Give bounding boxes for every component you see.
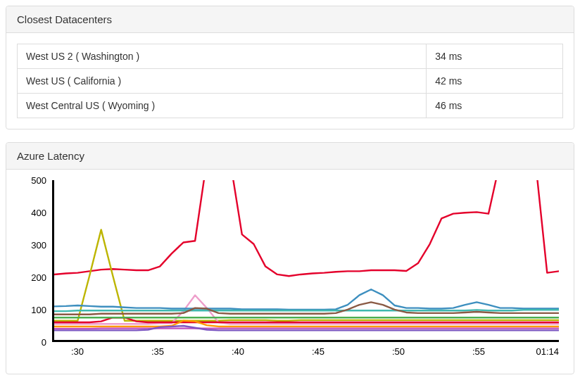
dc-latency-cell: 42 ms [427, 69, 563, 94]
x-tick-label: :40 [232, 346, 244, 357]
series-teal-flat [54, 310, 559, 311]
closest-datacenters-title: Closest Datacenters [6, 6, 574, 33]
dc-name-cell: West US ( California ) [18, 69, 427, 94]
y-tick-label: 500 [31, 175, 46, 186]
azure-latency-body: 0100200300400500 :30:35:40:45:50:5501:14 [6, 170, 574, 374]
dc-name-cell: West US 2 ( Washington ) [18, 44, 427, 69]
datacenter-table: West US 2 ( Washington ) 34 ms West US (… [17, 44, 563, 118]
closest-datacenters-panel: Closest Datacenters West US 2 ( Washingt… [6, 6, 574, 129]
x-tick-label: 01:14 [536, 346, 559, 357]
y-tick-label: 200 [31, 272, 46, 283]
dc-name-cell: West Central US ( Wyoming ) [18, 94, 427, 118]
table-row: West US 2 ( Washington ) 34 ms [18, 44, 563, 69]
chart-x-axis: :30:35:40:45:50:5501:14 [52, 343, 559, 363]
chart-plot-area [52, 180, 559, 342]
azure-latency-title: Azure Latency [6, 143, 574, 170]
x-tick-label: :35 [151, 346, 164, 357]
chart-y-axis: 0100200300400500 [17, 180, 51, 342]
closest-datacenters-body: West US 2 ( Washington ) 34 ms West US (… [6, 33, 574, 129]
chart-svg [54, 180, 559, 340]
x-tick-label: :55 [472, 346, 485, 357]
series-red-high [54, 180, 559, 276]
table-row: West US ( California ) 42 ms [18, 69, 563, 94]
dc-latency-cell: 46 ms [427, 94, 563, 118]
azure-latency-panel: Azure Latency 0100200300400500 :30:35:40… [6, 142, 574, 374]
x-tick-label: :30 [71, 346, 84, 357]
table-row: West Central US ( Wyoming ) 46 ms [18, 94, 563, 118]
y-tick-label: 100 [31, 305, 46, 315]
latency-chart: 0100200300400500 :30:35:40:45:50:5501:14 [17, 180, 563, 363]
x-tick-label: :45 [312, 346, 324, 357]
series-steel-blue [54, 289, 559, 310]
y-tick-label: 300 [31, 240, 46, 251]
y-tick-label: 0 [42, 337, 46, 348]
x-tick-label: :50 [392, 346, 405, 357]
y-tick-label: 400 [31, 208, 46, 218]
dc-latency-cell: 34 ms [427, 44, 563, 69]
